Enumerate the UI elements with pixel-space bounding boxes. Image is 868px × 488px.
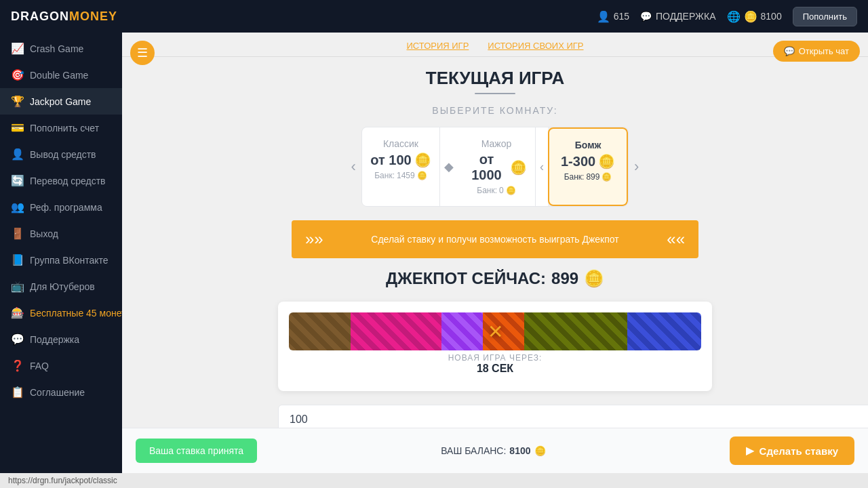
diamond-separator-1: ◆ <box>440 127 458 206</box>
double-icon: 🎯 <box>11 68 23 81</box>
spin-container: ✕ НОВАЯ ИГРА ЧЕРЕЗ: 18 СЕК <box>278 302 712 391</box>
history-tabs: ИСТОРИЯ ИГР ИСТОРИЯ СВОИХ ИГР <box>122 33 868 57</box>
seg-magenta <box>351 312 441 350</box>
sidebar-item-crash-game[interactable]: 📈 Crash Game <box>0 35 122 62</box>
sidebar-item-double-game[interactable]: 🎯 Double Game <box>0 62 122 88</box>
balance-display: 🌐 🪙 8100 <box>727 10 782 23</box>
seg-purple <box>441 312 483 350</box>
faq-icon: ❓ <box>11 359 23 372</box>
coin-icon-bomzh: 🪙 <box>598 153 615 169</box>
balance-label: ВАШ БАЛАНС: 8100 🪙 <box>441 445 545 456</box>
title-divider <box>475 93 515 94</box>
sidebar-item-ref[interactable]: 👥 Реф. программа <box>0 194 122 220</box>
jackpot-banner: »» Сделай ставку и получи возможность вы… <box>292 220 698 258</box>
tab-history-all[interactable]: ИСТОРИЯ ИГР <box>403 39 471 52</box>
banner-right-arrows: «« <box>667 230 685 249</box>
sidebar-item-jackpot-game[interactable]: 🏆 Jackpot Game <box>0 88 122 115</box>
sidebar-item-logout[interactable]: 🚪 Выход <box>0 220 122 247</box>
banner-left-arrows: »» <box>305 230 323 249</box>
transfer-icon: 🔄 <box>11 174 23 187</box>
prev-room-button[interactable]: ‹ <box>346 158 361 176</box>
coin-icon: 🪙 <box>744 10 757 23</box>
next-room-button[interactable]: › <box>629 158 644 176</box>
sidebar-item-youtubers[interactable]: 📺 Для Ютуберов <box>0 273 122 300</box>
room-classic-range: от 100 🪙 <box>370 152 431 168</box>
seg-brown <box>289 312 351 350</box>
crash-icon: 📈 <box>11 42 23 55</box>
ref-icon: 👥 <box>11 201 23 214</box>
sidebar-item-free-coins[interactable]: 🎰 Бесплатные 45 монет <box>0 300 122 326</box>
sidebar-item-withdraw[interactable]: 👤 Вывод средств <box>0 141 122 167</box>
sidebar-toggle[interactable]: ☰ <box>130 41 155 65</box>
menu-icon: ☰ <box>137 45 148 60</box>
coin-icon-classic: 🪙 <box>414 152 431 168</box>
main-layout: 📈 Crash Game 🎯 Double Game 🏆 Jackpot Gam… <box>0 33 868 473</box>
topup-button[interactable]: Пополнить <box>793 7 857 26</box>
support-button[interactable]: 💬 ПОДДЕРЖКА <box>640 11 716 22</box>
banner-text: Сделай ставку и получи возможность выигр… <box>330 234 660 245</box>
game-title: ТЕКУЩАЯ ИГРА <box>426 68 564 89</box>
support-icon: 💬 <box>640 11 652 22</box>
topnav-right: 👤 615 💬 ПОДДЕРЖКА 🌐 🪙 8100 Пополнить <box>597 7 857 26</box>
room-bomzh-bank: Банк: 899 🪙 <box>557 172 618 182</box>
user-icon: 👤 <box>597 10 610 23</box>
url-bar: https://drgn.fun/jackpot/classic <box>0 473 868 488</box>
sidebar-item-faq[interactable]: ❓ FAQ <box>0 352 122 379</box>
toast-message: Ваша ставка принята <box>136 439 257 463</box>
room-bomzh-name: Бомж <box>557 140 618 150</box>
chat-open-icon: 💬 <box>784 46 795 56</box>
top-nav: DRAGONMONEY 👤 615 💬 ПОДДЕРЖКА 🌐 🪙 8100 П… <box>0 0 868 33</box>
chat-icon: 💬 <box>11 333 23 346</box>
spin-marker: ✕ <box>488 321 503 343</box>
logout-icon: 🚪 <box>11 227 23 240</box>
youtube-icon: 📺 <box>11 280 23 293</box>
new-game-timer: 18 СЕК <box>289 363 701 375</box>
sidebar-item-deposit[interactable]: 💳 Пополнить счет <box>0 115 122 141</box>
jackpot-display: ДЖЕКПОТ СЕЙЧАС: 899 🪙 <box>386 269 604 288</box>
content-area: ☰ 💬 Открыть чат ИСТОРИЯ ИГР ИСТОРИЯ СВОИ… <box>122 33 868 473</box>
sidebar-item-vk[interactable]: 📘 Группа ВКонтакте <box>0 247 122 273</box>
deposit-icon: 💳 <box>11 121 23 134</box>
jackpot-icon: 🏆 <box>11 95 23 108</box>
vk-icon: 📘 <box>11 253 23 266</box>
coin-balance-icon: 🪙 <box>534 445 546 456</box>
new-game-box: НОВАЯ ИГРА ЧЕРЕЗ: 18 СЕК <box>289 350 701 380</box>
coin-icon-major-bank: 🪙 <box>506 186 516 195</box>
coins-icon: 🎰 <box>11 306 23 319</box>
agreement-icon: 📋 <box>11 386 23 399</box>
room-major-range: от 1000 🪙 <box>466 152 527 183</box>
room-classic[interactable]: Классик от 100 🪙 Банк: 1459 🪙 <box>362 127 440 206</box>
coin-icon-bomzh-bank: 🪙 <box>601 172 612 182</box>
game-area: ТЕКУЩАЯ ИГРА ВЫБЕРИТЕ КОМНАТУ: ‹ Классик… <box>122 57 868 473</box>
chat-open-button[interactable]: 💬 Открыть чат <box>773 41 860 62</box>
choose-room-label: ВЫБЕРИТЕ КОМНАТУ: <box>432 105 557 116</box>
coin-icon-major: 🪙 <box>510 159 527 176</box>
coin-icon-classic-bank: 🪙 <box>417 171 427 180</box>
bet-submit-button[interactable]: ▶ Сделать ставку <box>730 436 854 465</box>
room-classic-bank: Банк: 1459 🪙 <box>370 171 431 180</box>
logo: DRAGONMONEY <box>11 9 117 24</box>
rooms-container: Классик от 100 🪙 Банк: 1459 🪙 ◆ <box>361 127 629 207</box>
sidebar-item-agreement[interactable]: 📋 Соглашение <box>0 379 122 405</box>
sidebar-item-support[interactable]: 💬 Поддержка <box>0 326 122 352</box>
seg-blue <box>627 312 701 350</box>
withdraw-icon: 👤 <box>11 148 23 161</box>
play-icon: ▶ <box>746 445 754 457</box>
tab-history-mine[interactable]: ИСТОРИЯ СВОИХ ИГР <box>485 39 586 52</box>
coin-jackpot-icon: 🪙 <box>584 269 604 288</box>
spin-strip: ✕ <box>289 312 701 350</box>
room-bomzh-range: 1-300 🪙 <box>557 153 618 169</box>
sidebar-item-transfer[interactable]: 🔄 Перевод средств <box>0 167 122 194</box>
arrow-separator: ‹ <box>536 127 548 206</box>
room-major-name: Мажор <box>466 138 527 149</box>
sidebar: 📈 Crash Game 🎯 Double Game 🏆 Jackpot Gam… <box>0 33 122 473</box>
rooms-wrapper: ‹ Классик от 100 🪙 Банк: 1459 🪙 <box>346 127 645 207</box>
room-major[interactable]: Мажор от 1000 🪙 Банк: 0 🪙 <box>458 127 536 206</box>
room-classic-name: Классик <box>370 138 431 149</box>
room-major-bank: Банк: 0 🪙 <box>466 186 527 195</box>
toast-container: Ваша ставка принята <box>136 439 257 463</box>
room-bomzh[interactable]: Бомж 1-300 🪙 Банк: 899 🪙 <box>548 127 628 206</box>
new-game-label: НОВАЯ ИГРА ЧЕРЕЗ: <box>289 353 701 363</box>
user-count: 👤 615 <box>597 10 629 23</box>
seg-olive <box>524 312 627 350</box>
